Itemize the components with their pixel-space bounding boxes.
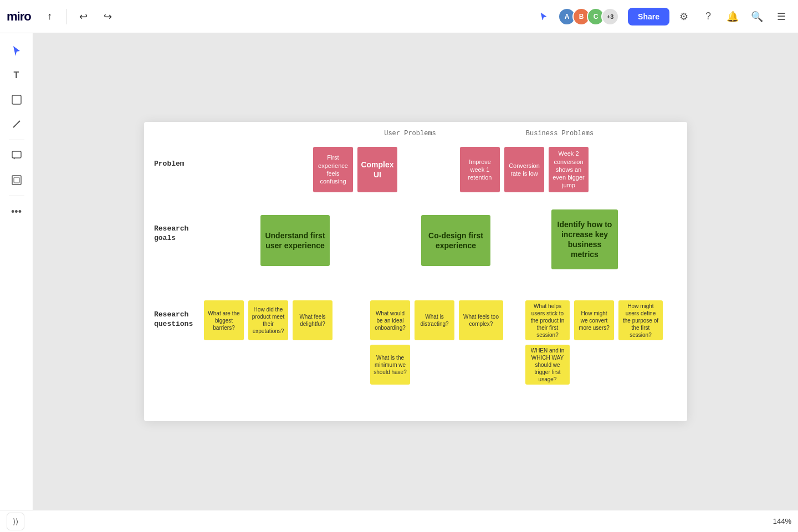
canvas[interactable]: User Problems Business Problems Problem … xyxy=(33,33,798,510)
note-tool[interactable] xyxy=(6,89,28,111)
sticky-delightful[interactable]: What feels delightful? xyxy=(293,300,332,340)
undo-button[interactable]: ↩ xyxy=(74,7,94,27)
sticky-understand-ux[interactable]: Understand first user experience xyxy=(260,215,330,266)
sticky-first-experience[interactable]: First experience feels confusing xyxy=(313,147,353,192)
more-icon: ••• xyxy=(11,206,22,218)
separator xyxy=(9,140,24,140)
sticky-identify-metrics[interactable]: Identify how to increase key business me… xyxy=(551,209,618,269)
user-problems-header: User Problems xyxy=(360,130,460,137)
sticky-week2-conversion[interactable]: Week 2 conversion shows an even bigger j… xyxy=(549,147,589,192)
whiteboard: User Problems Business Problems Problem … xyxy=(144,122,687,421)
more-tools[interactable]: ••• xyxy=(6,201,28,223)
sticky-define-purpose[interactable]: How might users define the purpose of th… xyxy=(618,300,663,340)
business-problems-header: Business Problems xyxy=(499,130,621,137)
sticky-expectations[interactable]: How did the product meet their expetatio… xyxy=(248,300,288,340)
line-tool[interactable] xyxy=(6,113,28,135)
sticky-when-which-way[interactable]: WHEN and in WHICH WAY should we trigger … xyxy=(525,345,570,385)
sticky-minimum[interactable]: What is the minimum we should have? xyxy=(370,345,410,385)
separator-2 xyxy=(9,196,24,196)
svg-rect-3 xyxy=(12,176,21,185)
sticky-codesign[interactable]: Co-design first experience xyxy=(421,215,490,266)
comment-tool[interactable] xyxy=(6,145,28,167)
text-icon: T xyxy=(14,70,19,80)
sticky-conversion-rate[interactable]: Conversion rate is low xyxy=(504,147,544,192)
text-tool[interactable]: T xyxy=(6,64,28,86)
sticky-too-complex[interactable]: What feels too complex? xyxy=(459,300,503,340)
zoom-level: 144% xyxy=(773,517,791,525)
logo: miro xyxy=(7,9,31,24)
expand-panel-button[interactable]: ⟩⟩ xyxy=(7,513,24,530)
sticky-barriers[interactable]: What are the biggest barriers? xyxy=(204,300,244,340)
settings-icon[interactable]: ⚙ xyxy=(674,7,694,27)
problem-label: Problem xyxy=(154,160,185,169)
left-toolbar: T ••• xyxy=(0,33,33,532)
cursor-icon[interactable] xyxy=(534,7,554,27)
svg-rect-2 xyxy=(12,151,21,158)
share-button[interactable]: Share xyxy=(628,8,669,25)
svg-rect-4 xyxy=(14,177,19,183)
menu-icon[interactable]: ☰ xyxy=(771,7,791,27)
help-icon[interactable]: ? xyxy=(698,7,718,27)
sticky-onboarding[interactable]: What would be an ideal onboarding? xyxy=(370,300,410,340)
cursor-tool[interactable] xyxy=(6,40,28,62)
sticky-distracting[interactable]: What is distracting? xyxy=(415,300,454,340)
separator xyxy=(66,9,67,24)
bottombar: ⟩⟩ 144% xyxy=(0,510,798,532)
research-goals-label: Researchgoals xyxy=(154,224,188,243)
topbar: miro ↑ ↩ ↪ A B C +3 Share ⚙ ? 🔔 🔍 ☰ xyxy=(0,0,798,33)
redo-button[interactable]: ↪ xyxy=(98,7,118,27)
svg-rect-0 xyxy=(12,95,21,104)
sticky-convert-users[interactable]: How might we convert more users? xyxy=(574,300,614,340)
extra-collaborators: +3 xyxy=(601,8,619,25)
research-questions-label: Researchquestions xyxy=(154,310,193,329)
frame-tool[interactable] xyxy=(6,169,28,191)
sticky-users-stick[interactable]: What helps users stick to the product in… xyxy=(525,300,570,340)
avatar-group: A B C +3 xyxy=(558,8,619,25)
notification-icon[interactable]: 🔔 xyxy=(723,7,743,27)
svg-line-1 xyxy=(13,121,20,127)
upload-button[interactable]: ↑ xyxy=(40,7,60,27)
topbar-right: A B C +3 Share ⚙ ? 🔔 🔍 ☰ xyxy=(534,7,791,27)
sticky-complex-ui[interactable]: Complex UI xyxy=(357,147,397,192)
search-icon[interactable]: 🔍 xyxy=(747,7,767,27)
sticky-improve-retention[interactable]: Improve week 1 retention xyxy=(460,147,500,192)
